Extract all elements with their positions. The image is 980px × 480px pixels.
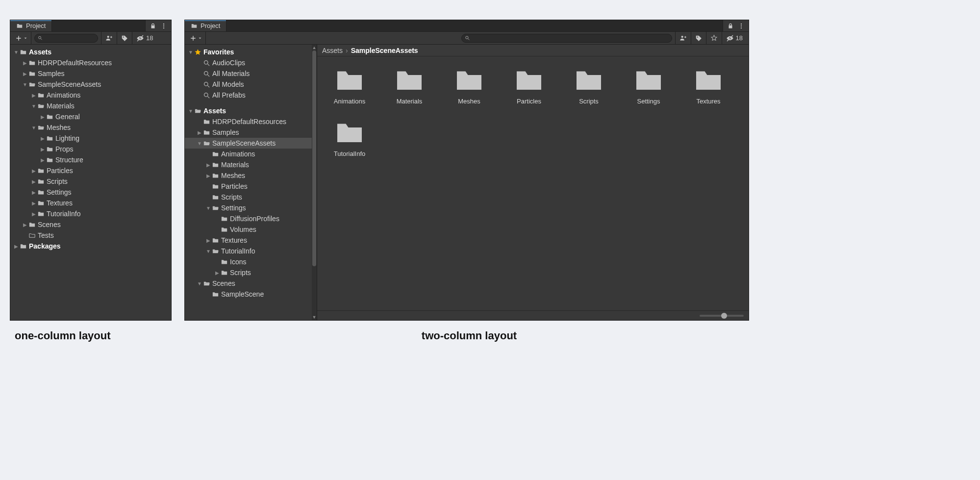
tree-row[interactable]: SampleScene bbox=[185, 289, 312, 300]
tree-row[interactable]: ▼Favorites bbox=[185, 47, 312, 57]
tree-row[interactable]: ▶Textures bbox=[185, 235, 312, 246]
tree-row[interactable]: ▼TutorialInfo bbox=[185, 246, 312, 256]
grid-item[interactable]: Textures bbox=[685, 65, 732, 105]
search-field[interactable] bbox=[34, 34, 98, 43]
lock-icon[interactable] bbox=[727, 23, 734, 29]
expand-arrow-icon[interactable]: ▶ bbox=[40, 147, 46, 152]
folder-tree[interactable]: ▼FavoritesAudioClipsAll MaterialsAll Mod… bbox=[185, 45, 312, 320]
expand-arrow-icon[interactable]: ▶ bbox=[31, 168, 37, 174]
tree-row[interactable]: ▼Assets bbox=[185, 105, 312, 116]
asset-tree[interactable]: ▼Assets▶HDRPDefaultResources▶Samples▼Sam… bbox=[10, 45, 171, 320]
grid-item[interactable]: Scripts bbox=[565, 65, 612, 105]
tree-row[interactable]: Icons bbox=[185, 256, 312, 267]
slider-knob[interactable] bbox=[721, 313, 727, 319]
tree-row[interactable]: ▶Samples bbox=[10, 68, 171, 79]
tree-row[interactable]: ▼Meshes bbox=[10, 122, 171, 133]
scroll-up-icon[interactable]: ▲ bbox=[312, 45, 317, 51]
filter-bytype-button[interactable] bbox=[675, 32, 691, 44]
filter-bytype-button[interactable] bbox=[101, 32, 117, 44]
expand-arrow-icon[interactable]: ▶ bbox=[22, 71, 28, 76]
expand-arrow-icon[interactable]: ▼ bbox=[205, 205, 211, 211]
filter-bylabel-button[interactable] bbox=[691, 32, 706, 44]
grid-item[interactable]: Materials bbox=[386, 65, 433, 105]
expand-arrow-icon[interactable]: ▼ bbox=[22, 82, 28, 87]
tree-row[interactable]: ▶Props bbox=[10, 144, 171, 154]
tree-row[interactable]: ▶Materials bbox=[185, 159, 312, 170]
expand-arrow-icon[interactable]: ▼ bbox=[188, 108, 194, 114]
tree-row[interactable]: Volumes bbox=[185, 224, 312, 235]
tree-row[interactable]: DiffusionProfiles bbox=[185, 213, 312, 224]
expand-arrow-icon[interactable]: ▼ bbox=[188, 50, 194, 55]
grid-item[interactable]: Particles bbox=[505, 65, 553, 105]
favorite-button[interactable] bbox=[706, 32, 722, 44]
tab-project[interactable]: Project bbox=[10, 20, 52, 31]
expand-arrow-icon[interactable]: ▶ bbox=[31, 201, 37, 206]
expand-arrow-icon[interactable]: ▶ bbox=[31, 190, 37, 195]
expand-arrow-icon[interactable]: ▶ bbox=[31, 93, 37, 98]
expand-arrow-icon[interactable]: ▶ bbox=[205, 173, 211, 178]
tree-row[interactable]: Scripts bbox=[185, 192, 312, 202]
tree-row[interactable]: ▶Settings bbox=[10, 187, 171, 198]
scroll-down-icon[interactable]: ▼ bbox=[312, 314, 317, 320]
expand-arrow-icon[interactable]: ▶ bbox=[205, 162, 211, 168]
tree-row[interactable]: ▶Textures bbox=[10, 198, 171, 208]
expand-arrow-icon[interactable]: ▶ bbox=[214, 270, 220, 276]
lock-icon[interactable] bbox=[150, 23, 156, 29]
hidden-count[interactable]: 18 bbox=[132, 32, 157, 44]
tree-row[interactable]: ▶Animations bbox=[10, 90, 171, 101]
expand-arrow-icon[interactable]: ▼ bbox=[13, 50, 19, 55]
expand-arrow-icon[interactable]: ▶ bbox=[22, 222, 28, 227]
tree-row[interactable]: ▼Scenes bbox=[185, 278, 312, 289]
expand-arrow-icon[interactable]: ▶ bbox=[13, 244, 19, 249]
expand-arrow-icon[interactable]: ▶ bbox=[31, 211, 37, 217]
search-input[interactable] bbox=[45, 35, 95, 41]
grid-item[interactable]: Settings bbox=[625, 65, 672, 105]
expand-arrow-icon[interactable]: ▶ bbox=[22, 60, 28, 66]
filter-bylabel-button[interactable] bbox=[117, 32, 132, 44]
expand-arrow-icon[interactable]: ▶ bbox=[40, 136, 46, 141]
menu-dots-icon[interactable] bbox=[738, 23, 745, 29]
tab-project[interactable]: Project bbox=[185, 20, 226, 31]
thumbnail-size-slider[interactable] bbox=[700, 315, 744, 317]
grid-item[interactable]: Meshes bbox=[446, 65, 493, 105]
grid-item[interactable]: Animations bbox=[326, 65, 373, 105]
tree-row[interactable]: ▼Assets bbox=[10, 47, 171, 57]
search-field[interactable] bbox=[461, 34, 672, 43]
tree-row[interactable]: ▼Settings bbox=[185, 202, 312, 213]
tree-row[interactable]: ▶Packages bbox=[10, 241, 171, 252]
tree-row[interactable]: ▶HDRPDefaultResources bbox=[10, 57, 171, 68]
expand-arrow-icon[interactable]: ▼ bbox=[197, 141, 202, 146]
tree-row[interactable]: ▶TutorialInfo bbox=[10, 208, 171, 219]
tree-row[interactable]: ▶Scenes bbox=[10, 219, 171, 230]
tree-row[interactable]: ▼Materials bbox=[10, 101, 171, 111]
expand-arrow-icon[interactable]: ▶ bbox=[205, 238, 211, 243]
tree-row[interactable]: ▶Lighting bbox=[10, 133, 171, 144]
tree-row[interactable]: ▶General bbox=[10, 111, 171, 122]
expand-arrow-icon[interactable]: ▶ bbox=[40, 157, 46, 163]
tree-row[interactable]: ▶Scripts bbox=[185, 267, 312, 278]
search-input[interactable] bbox=[472, 35, 668, 41]
expand-arrow-icon[interactable]: ▼ bbox=[197, 281, 202, 286]
tree-row[interactable]: ▶Samples bbox=[185, 127, 312, 138]
expand-arrow-icon[interactable]: ▶ bbox=[197, 130, 202, 135]
tree-row[interactable]: Tests bbox=[10, 230, 171, 241]
expand-arrow-icon[interactable]: ▼ bbox=[31, 103, 37, 109]
expand-arrow-icon[interactable]: ▶ bbox=[40, 114, 46, 120]
tree-row[interactable]: All Prefabs bbox=[185, 90, 312, 101]
tree-row[interactable]: AudioClips bbox=[185, 57, 312, 68]
tree-row[interactable]: ▶Structure bbox=[10, 154, 171, 165]
tree-row[interactable]: ▼SampleSceneAssets bbox=[10, 79, 171, 90]
add-button[interactable] bbox=[187, 32, 206, 44]
expand-arrow-icon[interactable]: ▼ bbox=[31, 125, 37, 130]
menu-dots-icon[interactable] bbox=[160, 23, 167, 29]
scrollbar-thumb[interactable] bbox=[312, 51, 316, 266]
tree-row[interactable]: ▶Scripts bbox=[10, 176, 171, 187]
breadcrumb-item[interactable]: Assets bbox=[322, 47, 343, 54]
add-button[interactable] bbox=[12, 32, 31, 44]
tree-row[interactable]: HDRPDefaultResources bbox=[185, 116, 312, 127]
tree-row[interactable]: All Models bbox=[185, 79, 312, 90]
tree-row[interactable]: ▼SampleSceneAssets bbox=[185, 138, 312, 149]
tree-row[interactable]: ▶Meshes bbox=[185, 170, 312, 181]
hidden-count[interactable]: 18 bbox=[722, 32, 747, 44]
tree-row[interactable]: All Materials bbox=[185, 68, 312, 79]
